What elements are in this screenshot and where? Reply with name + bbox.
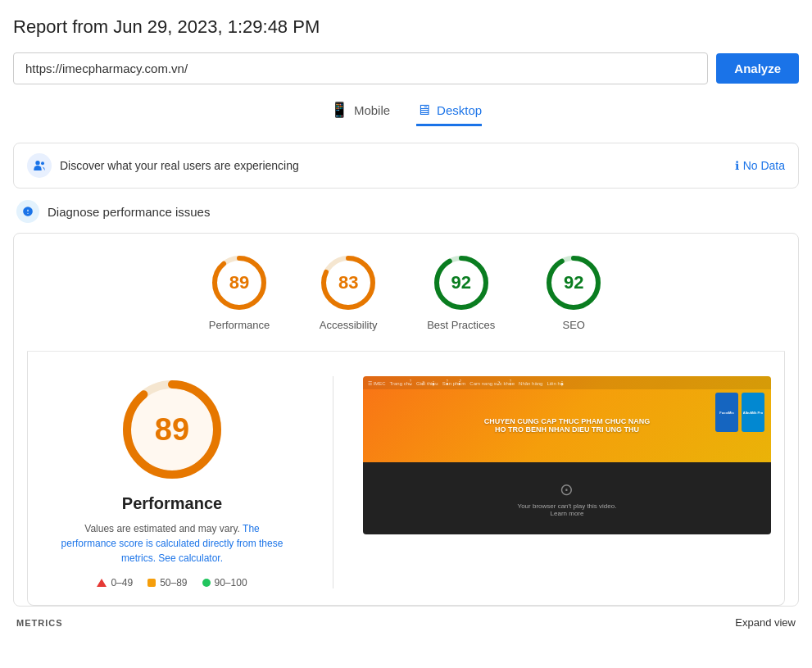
video-error-icon: ⊙ [518,479,617,499]
svg-point-0 [35,161,39,165]
banner-title: CHUYEN CUNG CAP THUC PHAM CHUC NANGHO TR… [484,417,650,434]
score-num-performance: 89 [229,272,249,293]
score-label-accessibility: Accessibility [320,319,378,331]
metrics-label: METRICS [16,618,63,628]
product-boxes: FucoiMix AlbuMilk Pro [715,393,764,432]
device-tabs: 📱 Mobile 🖥 Desktop [13,101,799,126]
metrics-footer: METRICS Expand view [13,607,799,629]
score-num-seo: 92 [564,272,583,293]
analyze-button[interactable]: Analyze [716,53,799,84]
mobile-icon: 📱 [330,101,348,119]
nav-bar-text: ☰ IMEC Trang chủ Giới thiệu Sản phẩm Cam… [368,380,564,386]
diagnose-bar: Diagnose performance issues [13,200,799,223]
divider-vertical [333,376,333,588]
discover-bar: Discover what your real users are experi… [13,143,799,189]
tab-desktop-label: Desktop [437,103,482,117]
see-calculator-link[interactable]: See calculator. [158,552,223,564]
score-num-best-practices: 92 [451,272,470,293]
svg-point-1 [41,161,44,165]
score-label-best-practices: Best Practices [427,319,495,331]
no-data-label: No Data [743,159,785,172]
url-bar-row: Analyze [13,52,799,84]
video-error-block: ⊙ Your browser can't play this video.Lea… [518,479,617,517]
legend-item-fail: 0–49 [97,577,133,588]
perf-note-text: Values are estimated and may vary. [84,523,240,534]
svg-point-4 [27,213,28,214]
detail-section: 89 Performance Values are estimated and … [27,352,785,606]
legend-item-medium: 50–89 [147,577,187,588]
video-error-text: Your browser can't play this video.Learn… [518,502,617,517]
users-icon [27,153,52,178]
screenshot-container: ☰ IMEC Trang chủ Giới thiệu Sản phẩm Cam… [363,376,771,534]
screenshot-banner: ☰ IMEC Trang chủ Giới thiệu Sản phẩm Cam… [363,376,771,462]
score-item-seo[interactable]: 92 SEO [544,253,603,331]
product-1: FucoiMix [715,393,738,432]
medium-icon [147,579,156,587]
score-num-accessibility: 83 [338,272,358,293]
legend-item-pass: 90–100 [202,577,247,588]
screenshot-nav-bar: ☰ IMEC Trang chủ Giới thiệu Sản phẩm Cam… [363,376,771,389]
desktop-icon: 🖥 [416,102,431,119]
score-label-seo: SEO [563,319,585,331]
big-score-label: Performance [122,494,222,513]
product-2: AlbuMilk Pro [742,393,764,432]
score-item-best-practices[interactable]: 92 Best Practices [427,253,495,331]
fail-icon [97,579,107,587]
big-score-num: 89 [155,412,189,448]
score-item-accessibility[interactable]: 83 Accessibility [319,253,378,331]
diagnose-icon [16,200,39,223]
legend-pass-range: 90–100 [215,577,247,588]
discover-left: Discover what your real users are experi… [27,153,299,178]
tab-mobile-label: Mobile [354,103,390,117]
legend-medium-range: 50–89 [160,577,187,588]
screenshot-video: ⊙ Your browser can't play this video.Lea… [363,462,771,534]
legend-row: 0–49 50–89 90–100 [97,577,247,588]
pass-icon [202,579,211,587]
banner-content: CHUYEN CUNG CAP THUC PHAM CHUC NANGHO TR… [484,417,650,434]
legend-fail-range: 0–49 [111,577,133,588]
score-circle-performance: 89 [210,253,269,312]
perf-note: Values are estimated and may vary. The p… [57,521,287,566]
discover-text: Discover what your real users are experi… [60,159,299,172]
no-data-link[interactable]: ℹ No Data [735,159,785,172]
scores-panel: 89 Performance 83 Accessibility [13,233,799,607]
score-label-performance: Performance [209,319,270,331]
score-circle-accessibility: 83 [319,253,378,312]
tab-mobile[interactable]: 📱 Mobile [330,101,390,126]
score-item-performance[interactable]: 89 Performance [209,253,270,331]
report-title: Report from Jun 29, 2023, 1:29:48 PM [13,16,799,38]
detail-left: 89 Performance Values are estimated and … [41,376,303,588]
info-icon: ℹ [735,159,739,172]
score-circle-best-practices: 92 [432,253,491,312]
expand-view-button[interactable]: Expand view [735,616,796,629]
detail-right: ☰ IMEC Trang chủ Giới thiệu Sản phẩm Cam… [363,376,771,588]
score-circle-seo: 92 [544,253,603,312]
diagnose-text: Diagnose performance issues [48,205,210,219]
url-input[interactable] [13,52,708,84]
tab-desktop[interactable]: 🖥 Desktop [416,101,482,126]
scores-row: 89 Performance 83 Accessibility [27,253,785,352]
big-circle-performance: 89 [119,376,225,483]
